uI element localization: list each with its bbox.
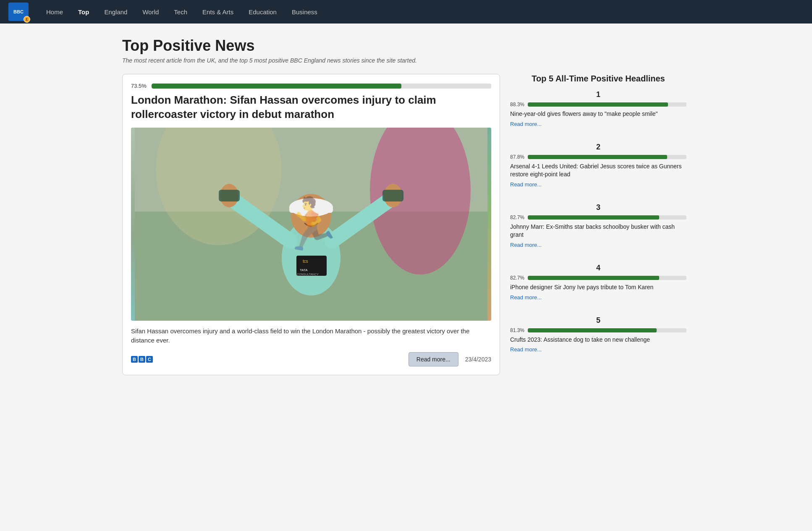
article-score-row: 73.5% [131,83,491,89]
headline-bar-fill-4 [528,276,659,280]
article-progress-bg [152,84,491,89]
headline-read-more-3[interactable]: Read more... [510,242,542,248]
headline-item-2: 2 87.8% Arsenal 4-1 Leeds United: Gabrie… [510,143,686,195]
headline-bar-fill-1 [528,102,668,107]
article-score-label: 73.5% [131,83,147,89]
nav-item-home[interactable]: Home [39,0,71,24]
page-title: Top Positive News [122,37,690,55]
navigation: BBC £ HomeTopEnglandWorldTechEnts & Arts… [0,0,812,24]
article-progress-fill [152,84,401,89]
article-footer: B B C Read more... 23/4/2023 [131,352,491,366]
headline-rank-4: 4 [510,264,686,272]
headline-bar-bg-1 [528,102,686,107]
svg-text:TATA: TATA [300,268,308,272]
headline-read-more-4[interactable]: Read more... [510,294,542,301]
article-title: London Marathon: Sifan Hassan overcomes … [131,93,491,122]
sidebar: Top 5 All-Time Positive Headlines 1 88.3… [510,74,686,368]
headline-rank-1: 1 [510,90,686,99]
headline-score-row-1: 88.3% [510,102,686,107]
headline-score-label-3: 82.7% [510,214,524,220]
headline-rank-2: 2 [510,143,686,152]
article-footer-left: B B C [131,356,153,363]
headline-rank-3: 3 [510,203,686,212]
logo-coin-icon: £ [24,16,30,23]
headline-bar-bg-4 [528,276,686,280]
headline-rank-5: 5 [510,316,686,325]
nav-item-ents-arts[interactable]: Ents & Arts [195,0,241,24]
nav-item-business[interactable]: Business [284,0,325,24]
svg-text:CONSULTANCY: CONSULTANCY [297,273,319,276]
headline-text-4: iPhone designer Sir Jony Ive pays tribut… [510,283,686,292]
headline-bar-bg-2 [528,155,686,159]
bbc-c: C [146,356,153,363]
nav-menu: HomeTopEnglandWorldTechEnts & ArtsEducat… [39,0,325,24]
headline-text-2: Arsenal 4-1 Leeds United: Gabriel Jesus … [510,162,686,179]
headline-read-more-1[interactable]: Read more... [510,121,542,127]
bbc-b2: B [139,356,145,363]
article-image-placeholder: tcs TATA CONSULTANCY [131,128,491,321]
svg-rect-12 [219,190,240,201]
headline-bar-fill-2 [528,155,667,159]
headline-text-3: Johnny Marr: Ex-Smiths star backs school… [510,223,686,239]
headline-text-5: Crufts 2023: Assistance dog to take on n… [510,336,686,344]
site-logo[interactable]: BBC £ [8,3,29,21]
headline-bar-fill-5 [528,328,657,332]
headline-read-more-2[interactable]: Read more... [510,181,542,188]
headline-score-row-5: 81.3% [510,327,686,333]
article-card: 73.5% London Marathon: Sifan Hassan over… [122,74,500,375]
article-svg: tcs TATA CONSULTANCY [131,128,491,321]
article-description: Sifan Hassan overcomes injury and a worl… [131,327,491,345]
nav-item-world[interactable]: World [135,0,166,24]
nav-item-england[interactable]: England [97,0,135,24]
svg-text:tcs: tcs [303,259,308,264]
sidebar-title: Top 5 All-Time Positive Headlines [510,74,686,84]
headline-item-1: 1 88.3% Nine-year-old gives flowers away… [510,90,686,134]
bbc-logo: B B C [131,356,153,363]
headline-bar-bg-3 [528,215,686,220]
article-read-more-button[interactable]: Read more... [409,352,458,366]
headlines-list: 1 88.3% Nine-year-old gives flowers away… [510,90,686,360]
article-date: 23/4/2023 [465,356,491,363]
headline-score-label-2: 87.8% [510,154,524,160]
headline-bar-fill-3 [528,215,659,220]
headline-score-label-1: 88.3% [510,102,524,107]
headline-item-5: 5 81.3% Crufts 2023: Assistance dog to t… [510,316,686,360]
headline-text-1: Nine-year-old gives flowers away to "mak… [510,110,686,118]
headline-score-label-4: 82.7% [510,275,524,281]
nav-item-education[interactable]: Education [241,0,284,24]
headline-item-4: 4 82.7% iPhone designer Sir Jony Ive pay… [510,264,686,308]
headline-score-row-3: 82.7% [510,214,686,220]
nav-item-top[interactable]: Top [71,0,97,24]
headline-item-3: 3 82.7% Johnny Marr: Ex-Smiths star back… [510,203,686,255]
nav-item-tech[interactable]: Tech [166,0,195,24]
svg-rect-7 [289,205,333,213]
headline-bar-bg-5 [528,328,686,332]
headline-read-more-5[interactable]: Read more... [510,346,542,353]
article-image: tcs TATA CONSULTANCY [131,128,491,321]
svg-point-6 [289,198,333,217]
headline-score-row-2: 87.8% [510,154,686,160]
headline-score-row-4: 82.7% [510,275,686,281]
page-subtitle: The most recent article from the UK, and… [122,57,690,64]
svg-rect-13 [382,190,403,201]
bbc-b: B [131,356,138,363]
svg-point-5 [291,194,331,238]
logo-text: BBC [13,9,24,14]
headline-score-label-5: 81.3% [510,327,524,333]
